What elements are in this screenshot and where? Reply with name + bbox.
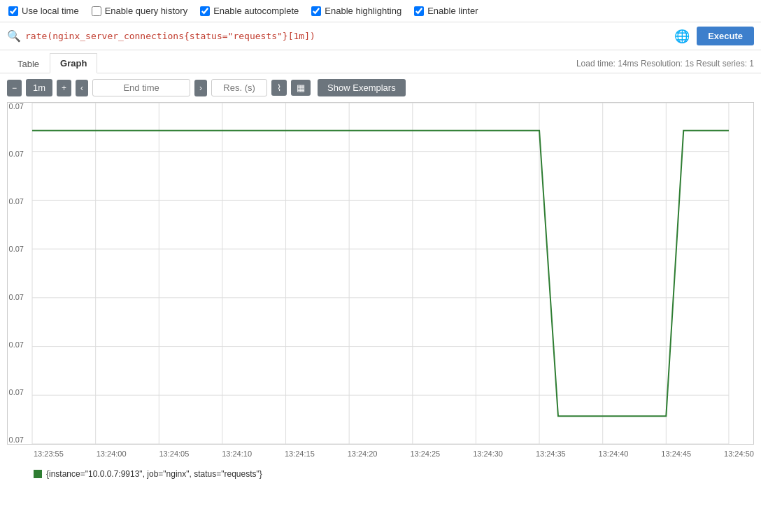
tabs-row: Table Graph Load time: 14ms Resolution: … bbox=[0, 50, 761, 73]
globe-button[interactable]: 🌐 bbox=[671, 27, 692, 45]
top-bar: Use local time Enable query history Enab… bbox=[0, 0, 761, 22]
minus-button[interactable]: − bbox=[7, 80, 22, 96]
legend-color-swatch bbox=[34, 470, 42, 478]
resolution-input[interactable] bbox=[211, 79, 267, 96]
x-axis-labels: 13:23:55 13:24:00 13:24:05 13:24:10 13:2… bbox=[34, 447, 754, 458]
chart-svg-container bbox=[7, 102, 754, 447]
y-axis-labels: 0.07 0.07 0.07 0.07 0.07 0.07 0.07 0.07 bbox=[0, 102, 27, 444]
enable-highlighting-checkbox[interactable]: Enable highlighting bbox=[311, 6, 401, 16]
line-chart-button[interactable]: ⌇ bbox=[271, 80, 287, 96]
bar-chart-button[interactable]: ▦ bbox=[291, 80, 311, 96]
show-exemplars-button[interactable]: Show Exemplars bbox=[318, 79, 406, 96]
legend-item: {instance="10.0.0.7:9913", job="nginx", … bbox=[34, 469, 754, 479]
next-button[interactable]: › bbox=[194, 80, 207, 96]
tab-meta: Load time: 14ms Resolution: 1s Result se… bbox=[576, 59, 754, 69]
legend: {instance="10.0.0.7:9913", job="nginx", … bbox=[0, 465, 761, 486]
enable-query-history-checkbox[interactable]: Enable query history bbox=[92, 6, 188, 16]
query-input[interactable] bbox=[25, 31, 667, 41]
execute-button[interactable]: Execute bbox=[697, 27, 754, 45]
enable-linter-checkbox[interactable]: Enable linter bbox=[414, 6, 478, 16]
chart-svg bbox=[7, 102, 754, 445]
use-local-time-checkbox[interactable]: Use local time bbox=[8, 6, 79, 16]
bar-chart-icon: ▦ bbox=[297, 82, 305, 93]
prev-button[interactable]: ‹ bbox=[76, 80, 88, 96]
legend-item-label: {instance="10.0.0.7:9913", job="nginx", … bbox=[46, 469, 262, 479]
enable-autocomplete-checkbox[interactable]: Enable autocomplete bbox=[200, 6, 299, 16]
step-button[interactable]: 1m bbox=[26, 79, 52, 96]
tab-table[interactable]: Table bbox=[7, 54, 50, 73]
plus-button[interactable]: + bbox=[57, 80, 71, 96]
line-chart-icon: ⌇ bbox=[277, 82, 281, 93]
controls-row: − 1m + ‹ › ⌇ ▦ Show Exemplars bbox=[0, 73, 761, 102]
search-icon: 🔍 bbox=[7, 29, 21, 43]
chart-area: 0.07 0.07 0.07 0.07 0.07 0.07 0.07 0.07 bbox=[0, 102, 761, 465]
query-bar: 🔍 🌐 Execute bbox=[0, 22, 761, 50]
end-time-input[interactable] bbox=[92, 79, 190, 96]
tab-graph[interactable]: Graph bbox=[50, 53, 97, 73]
